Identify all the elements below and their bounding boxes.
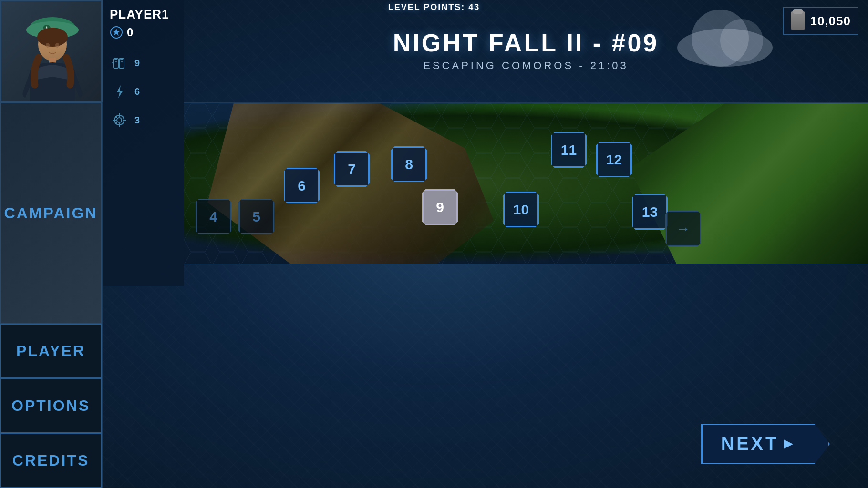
level-node-11[interactable]: 11 [551, 132, 587, 168]
svg-point-7 [46, 43, 50, 48]
svg-point-8 [55, 43, 59, 48]
lightning-stat-row: 6 [110, 82, 176, 101]
level-points-text: LEVEL POINTS: 43 [388, 2, 480, 12]
ammo-stat-row: 9 [110, 53, 176, 72]
node-9-label: 9 [436, 199, 444, 215]
level-node-13[interactable]: 13 [632, 194, 668, 230]
level-node-7[interactable]: 7 [334, 151, 370, 187]
node-10-label: 10 [513, 202, 529, 218]
node-6-label: 6 [298, 178, 306, 194]
next-arrow-icon [781, 437, 796, 451]
player-name: PLAYER1 [110, 7, 176, 22]
options-button[interactable]: OPTIONS [0, 378, 102, 433]
level-points-display: LEVEL POINTS: 43 [388, 2, 480, 12]
mission-title: NIGHT FALL II - #09 [184, 29, 868, 57]
level-node-8[interactable]: 8 [391, 146, 427, 182]
level-node-12[interactable]: 12 [596, 142, 632, 177]
currency-icon [791, 11, 805, 30]
level-node-6[interactable]: 6 [284, 168, 320, 203]
rank-star-icon [110, 26, 123, 39]
soldier-svg [1, 1, 101, 101]
node-8-label: 8 [405, 156, 413, 173]
target-stat-row: 3 [110, 111, 176, 130]
credits-label: CREDITS [12, 452, 89, 469]
ammo-icon [110, 53, 129, 72]
lightning-icon [110, 82, 129, 101]
level-node-9[interactable]: 9 [422, 189, 458, 225]
svg-rect-14 [114, 58, 117, 60]
svg-rect-12 [114, 59, 118, 68]
node-7-label: 7 [348, 161, 356, 177]
svg-marker-18 [117, 85, 123, 98]
svg-point-20 [117, 118, 122, 122]
target-value: 3 [134, 115, 140, 126]
next-button[interactable]: NEXT [701, 424, 830, 464]
node-5-label: 5 [252, 209, 260, 225]
currency-amount: 10,050 [810, 14, 851, 29]
node-4-label: 4 [209, 209, 217, 225]
credits-button[interactable]: CREDITS [0, 433, 102, 488]
level-node-4[interactable]: 4 [196, 199, 231, 234]
mission-subtitle: ESCAPING COMOROS - 21:03 [184, 60, 868, 72]
campaign-label: CAMPAIGN [4, 204, 98, 222]
rank-value: 0 [127, 26, 133, 39]
campaign-button[interactable]: CAMPAIGN [0, 102, 102, 324]
sidebar: CAMPAIGN PLAYER OPTIONS CREDITS [0, 0, 103, 488]
svg-rect-15 [120, 58, 123, 60]
options-label: OPTIONS [11, 397, 90, 415]
level-node-14[interactable]: → [665, 211, 701, 246]
player-avatar-section [0, 0, 103, 102]
player-label: PLAYER [16, 342, 85, 360]
stats-panel: PLAYER1 0 9 [103, 0, 184, 286]
svg-marker-29 [784, 439, 793, 449]
node-11-label: 11 [561, 142, 577, 158]
svg-rect-13 [119, 59, 124, 68]
svg-marker-11 [113, 29, 120, 36]
svg-point-6 [37, 28, 68, 47]
player-rank: 0 [110, 26, 176, 39]
next-label: NEXT [721, 434, 779, 454]
ammo-value: 9 [134, 58, 140, 69]
node-13-label: 13 [642, 204, 658, 220]
level-node-10[interactable]: 10 [503, 192, 539, 227]
node-14-label: → [676, 221, 691, 237]
player-button[interactable]: PLAYER [0, 324, 102, 378]
lightning-value: 6 [134, 86, 140, 97]
target-icon [110, 111, 129, 130]
avatar-image [1, 1, 101, 101]
mission-header: NIGHT FALL II - #09 ESCAPING COMOROS - 2… [184, 29, 868, 72]
node-12-label: 12 [606, 152, 622, 168]
mission-map: 4 5 6 7 8 9 10 11 12 13 → [184, 102, 868, 264]
level-node-5[interactable]: 5 [238, 199, 274, 234]
